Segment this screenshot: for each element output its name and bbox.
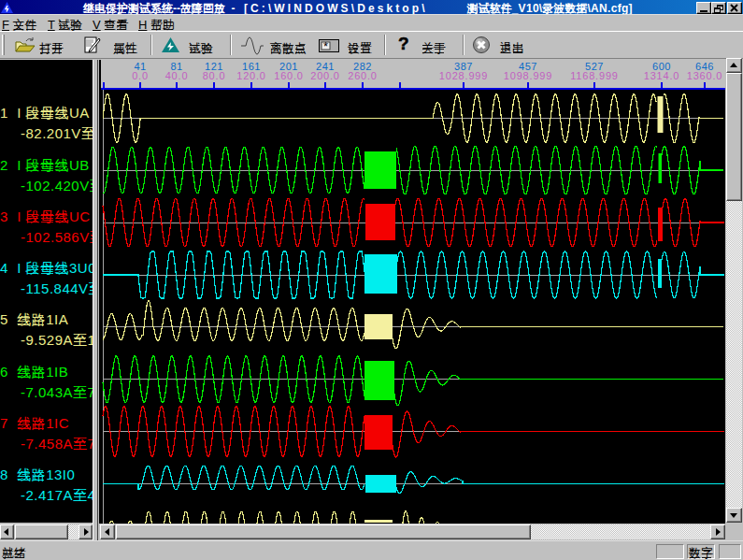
svg-text:*: * <box>323 39 328 53</box>
